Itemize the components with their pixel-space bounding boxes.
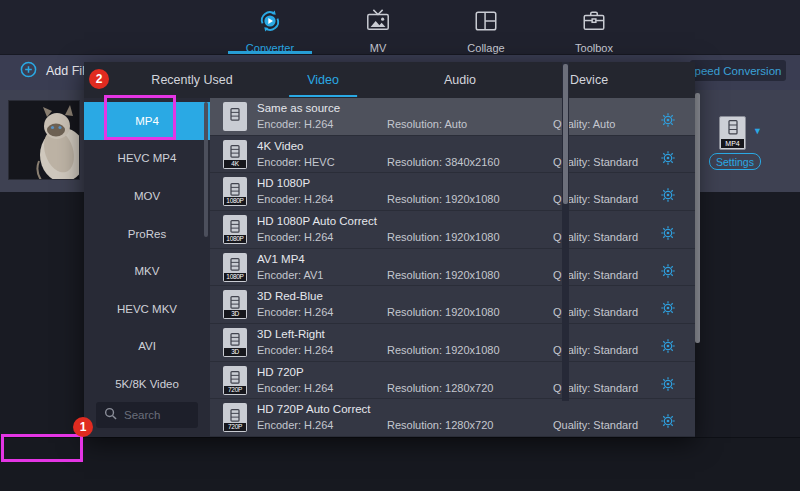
quality-value: Standard bbox=[593, 344, 638, 356]
encoder-value: H.264 bbox=[304, 193, 333, 205]
format-name: 4K Video bbox=[257, 140, 303, 152]
resolution-label: Resolution: bbox=[387, 419, 442, 431]
search-input[interactable] bbox=[124, 409, 194, 421]
quality-label: Quality: bbox=[553, 118, 590, 130]
quality-value: Standard bbox=[593, 419, 638, 431]
sidebar-scrollbar[interactable] bbox=[204, 102, 208, 237]
format-settings-gear-icon[interactable] bbox=[660, 300, 676, 316]
encoder-value: AV1 bbox=[303, 269, 323, 281]
resolution-value: 1920x1080 bbox=[445, 193, 499, 205]
format-settings-gear-icon[interactable] bbox=[660, 150, 676, 166]
quality-value: Standard bbox=[593, 231, 638, 243]
format-resolution: Resolution: 1280x720 bbox=[387, 382, 493, 394]
format-icon-badge: 1080P bbox=[224, 197, 246, 205]
sidebar-format-item[interactable]: 5K/8K Video bbox=[84, 365, 210, 403]
format-icon-badge: 3D bbox=[224, 310, 246, 318]
format-row[interactable]: 1080P HD 1080P Auto Correct Encoder: H.2… bbox=[210, 211, 695, 249]
sidebar-format-label: MKV bbox=[135, 265, 160, 277]
quality-value: Standard bbox=[593, 306, 638, 318]
format-row[interactable]: Same as source Encoder: H.264 Resolution… bbox=[210, 98, 695, 136]
format-settings-gear-icon[interactable] bbox=[660, 112, 676, 128]
output-format-icon[interactable]: MP4 bbox=[719, 116, 746, 150]
sidebar-format-item[interactable]: MKV bbox=[84, 252, 210, 290]
format-encoder: Encoder: H.264 bbox=[257, 193, 333, 205]
speed-conversion-button[interactable]: peed Conversion bbox=[690, 60, 786, 81]
encoder-value: HEVC bbox=[304, 156, 335, 168]
sidebar-format-item[interactable]: HEVC MP4 bbox=[84, 140, 210, 178]
resolution-label: Resolution: bbox=[387, 193, 442, 205]
quality-label: Quality: bbox=[553, 382, 590, 394]
format-name: HD 720P Auto Correct bbox=[257, 403, 371, 415]
encoder-value: H.264 bbox=[304, 344, 333, 356]
encoder-value: H.264 bbox=[304, 118, 333, 130]
sidebar-format-item[interactable]: HEVC MKV bbox=[84, 290, 210, 328]
resolution-value: 1920x1080 bbox=[445, 306, 499, 318]
popup-sidebar: MP4 HEVC MP4 MOV ProRes MKV HEVC MKV AVI… bbox=[84, 98, 210, 437]
format-row[interactable]: 1080P AV1 MP4 Encoder: AV1 Resolution: 1… bbox=[210, 249, 695, 287]
format-file-icon: 720P bbox=[223, 366, 247, 395]
format-name: HD 1080P Auto Correct bbox=[257, 215, 377, 227]
format-row[interactable]: 3D 3D Left-Right Encoder: H.264 Resoluti… bbox=[210, 324, 695, 362]
format-settings-gear-icon[interactable] bbox=[660, 225, 676, 241]
format-picker-popup: Recently Used Video Audio Device MP4 HEV… bbox=[84, 62, 695, 437]
tab-converter[interactable]: Converter bbox=[230, 0, 310, 55]
format-icon-badge: 4K bbox=[224, 160, 246, 168]
popup-tab[interactable]: Recently Used bbox=[151, 62, 232, 98]
resolution-label: Resolution: bbox=[387, 306, 442, 318]
tab-mv[interactable]: MV bbox=[338, 0, 418, 55]
format-row[interactable]: 4K 4K Video Encoder: HEVC Resolution: 38… bbox=[210, 136, 695, 174]
tab-collage[interactable]: Collage bbox=[446, 0, 526, 55]
sidebar-format-label: HEVC MP4 bbox=[118, 152, 177, 164]
format-name: 3D Red-Blue bbox=[257, 290, 323, 302]
sidebar-format-item[interactable]: MP4 bbox=[84, 102, 210, 140]
popup-tab[interactable]: Device bbox=[570, 62, 608, 98]
format-icon-badge: 3D bbox=[224, 348, 246, 356]
popup-tab[interactable]: Audio bbox=[444, 62, 476, 98]
format-icon-badge: 720P bbox=[224, 386, 246, 394]
video-thumbnail[interactable] bbox=[8, 100, 80, 180]
format-settings-gear-icon[interactable] bbox=[660, 338, 676, 354]
tab-toolbox-label: Toolbox bbox=[575, 42, 613, 54]
quality-label: Quality: bbox=[553, 193, 590, 205]
top-nav: Converter MV bbox=[230, 0, 634, 55]
format-settings-gear-icon[interactable] bbox=[660, 376, 676, 392]
encoder-value: H.264 bbox=[304, 306, 333, 318]
format-row[interactable]: 720P HD 720P Encoder: H.264 Resolution: … bbox=[210, 362, 695, 400]
format-settings-gear-icon[interactable] bbox=[660, 263, 676, 279]
sidebar-format-label: ProRes bbox=[128, 228, 166, 240]
quality-label: Quality: bbox=[553, 306, 590, 318]
format-row[interactable]: 1080P HD 1080P Encoder: H.264 Resolution… bbox=[210, 173, 695, 211]
format-row[interactable]: 720P HD 720P Auto Correct Encoder: H.264… bbox=[210, 399, 695, 437]
sidebar-format-item[interactable]: AVI bbox=[84, 328, 210, 366]
bottom-bar: Output Format: MP4 H.264/HEVC ▼ Save to:… bbox=[0, 437, 800, 491]
resolution-value: 1920x1080 bbox=[445, 344, 499, 356]
format-dropdown-caret-icon[interactable]: ▼ bbox=[753, 126, 762, 136]
sidebar-format-label: MOV bbox=[134, 190, 160, 202]
format-settings-gear-icon[interactable] bbox=[660, 187, 676, 203]
encoder-label: Encoder: bbox=[257, 118, 301, 130]
format-icon-badge: 1080P bbox=[224, 273, 246, 281]
quality-label: Quality: bbox=[553, 156, 590, 168]
main-scrollbar[interactable] bbox=[695, 93, 700, 343]
sidebar-format-item[interactable]: MOV bbox=[84, 177, 210, 215]
popup-tab[interactable]: Video bbox=[307, 62, 339, 98]
format-file-icon: 720P bbox=[223, 403, 247, 432]
format-encoder: Encoder: H.264 bbox=[257, 231, 333, 243]
format-resolution: Resolution: 3840x2160 bbox=[387, 156, 500, 168]
app-window: Converter MV bbox=[0, 0, 800, 491]
search-box[interactable] bbox=[96, 402, 198, 428]
format-settings-gear-icon[interactable] bbox=[660, 413, 676, 429]
format-list-scrollbar-thumb[interactable] bbox=[563, 64, 568, 204]
quality-value: Standard bbox=[593, 269, 638, 281]
format-encoder: Encoder: H.264 bbox=[257, 419, 333, 431]
sidebar-format-item[interactable]: ProRes bbox=[84, 215, 210, 253]
toolbox-icon bbox=[581, 7, 607, 39]
format-file-icon: 1080P bbox=[223, 215, 247, 244]
format-resolution: Resolution: 1920x1080 bbox=[387, 231, 500, 243]
sidebar-format-label: HEVC MKV bbox=[117, 303, 177, 315]
output-format-badge: MP4 bbox=[721, 139, 744, 148]
annotation-step-1-badge: 1 bbox=[73, 417, 93, 437]
format-row[interactable]: 3D 3D Red-Blue Encoder: H.264 Resolution… bbox=[210, 286, 695, 324]
settings-button[interactable]: Settings bbox=[709, 153, 761, 170]
tab-toolbox[interactable]: Toolbox bbox=[554, 0, 634, 55]
